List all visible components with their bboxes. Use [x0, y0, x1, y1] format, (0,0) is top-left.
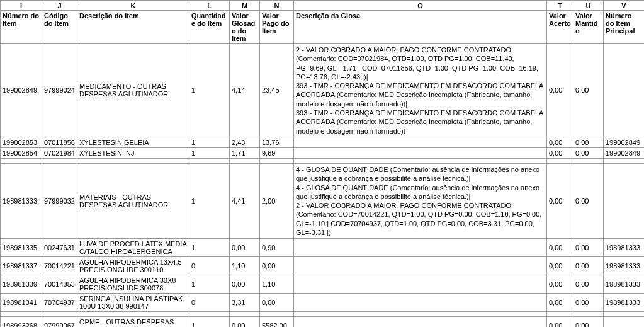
cell-n[interactable]: 0,90	[260, 239, 294, 257]
cell-i[interactable]: 199002853	[1, 137, 42, 147]
blank-cell[interactable]	[604, 312, 645, 317]
cell-n[interactable]: 0,00	[260, 294, 294, 312]
cell-k[interactable]: MATERIAIS - OUTRAS DESPESAS AGLUTINADOR	[77, 163, 189, 238]
cell-n[interactable]: 5582,00	[260, 317, 294, 327]
cell-t[interactable]: 0,00	[547, 294, 573, 312]
cell-k[interactable]: XYLESTESIN INJ	[77, 147, 189, 158]
blank-cell[interactable]	[547, 312, 573, 317]
cell-u[interactable]: 0,00	[573, 317, 604, 327]
cell-k[interactable]: SERINGA INSULINA PLASTIPAK 100U 13X0,38 …	[77, 294, 189, 312]
cell-k[interactable]: AGULHA HIPODERMICA 30X8 PRECISIONGLIDE 3…	[77, 275, 189, 294]
cell-u[interactable]: 0,00	[573, 163, 604, 238]
column-letter[interactable]: T	[547, 1, 573, 11]
cell-o[interactable]	[294, 275, 547, 294]
cell-j[interactable]: 00247631	[42, 239, 77, 257]
cell-m[interactable]: 1,10	[230, 257, 260, 275]
cell-k[interactable]: AGULHA HIPODERMICA 13X4,5 PRECISIONGLIDE…	[77, 257, 189, 275]
cell-t[interactable]: 0,00	[547, 275, 573, 294]
cell-m[interactable]: 1,71	[230, 147, 260, 158]
cell-v[interactable]: 198981333	[604, 294, 645, 312]
blank-cell[interactable]	[260, 158, 294, 163]
cell-i[interactable]: 198981335	[1, 239, 42, 257]
cell-j[interactable]: 97999024	[42, 44, 77, 137]
cell-n[interactable]: 1,10	[260, 275, 294, 294]
cell-m[interactable]: 4,14	[230, 44, 260, 137]
blank-cell[interactable]	[189, 158, 230, 163]
column-letter[interactable]: N	[260, 1, 294, 11]
cell-v[interactable]: 199002849	[604, 137, 645, 147]
cell-i[interactable]: 198981337	[1, 257, 42, 275]
cell-v[interactable]: 198981333	[604, 239, 645, 257]
blank-cell[interactable]	[42, 158, 77, 163]
cell-v[interactable]: 198981333	[604, 275, 645, 294]
cell-l[interactable]: 1	[189, 147, 230, 158]
cell-t[interactable]: 0,00	[547, 163, 573, 238]
column-letter[interactable]: M	[230, 1, 260, 11]
cell-n[interactable]: 9,69	[260, 147, 294, 158]
cell-o[interactable]	[294, 239, 547, 257]
cell-u[interactable]: 0,00	[573, 294, 604, 312]
cell-u[interactable]: 0,00	[573, 275, 604, 294]
blank-cell[interactable]	[189, 312, 230, 317]
column-header[interactable]: Valor Glosado do Item	[230, 11, 260, 44]
cell-v[interactable]	[604, 163, 645, 238]
cell-u[interactable]: 0,00	[573, 257, 604, 275]
cell-n[interactable]: 23,45	[260, 44, 294, 137]
cell-v[interactable]	[604, 44, 645, 137]
column-letter[interactable]: O	[294, 1, 547, 11]
cell-k[interactable]: XYLESTESIN GELEIA	[77, 137, 189, 147]
cell-k[interactable]: LUVA DE PROCED LATEX MEDIA C/TALCO HIPOA…	[77, 239, 189, 257]
cell-n[interactable]: 13,76	[260, 137, 294, 147]
cell-i[interactable]: 199002854	[1, 147, 42, 158]
blank-cell[interactable]	[230, 312, 260, 317]
column-header[interactable]: Número do Item	[1, 11, 42, 44]
cell-j[interactable]: 97999032	[42, 163, 77, 238]
blank-cell[interactable]	[294, 312, 547, 317]
cell-k[interactable]: MEDICAMENTO - OUTRAS DESPESAS AGLUTINADO…	[77, 44, 189, 137]
cell-i[interactable]: 198993268	[1, 317, 42, 327]
cell-j[interactable]: 70704937	[42, 294, 77, 312]
cell-o[interactable]: 2 - VALOR COBRADO A MAIOR, PAGO CONFORME…	[294, 44, 547, 137]
cell-t[interactable]: 0,00	[547, 137, 573, 147]
blank-cell[interactable]	[260, 312, 294, 317]
cell-v[interactable]: 199002849	[604, 147, 645, 158]
cell-t[interactable]: 0,00	[547, 147, 573, 158]
cell-t[interactable]: 0,00	[547, 317, 573, 327]
cell-l[interactable]: 1	[189, 275, 230, 294]
cell-l[interactable]: 1	[189, 163, 230, 238]
column-letter[interactable]: U	[573, 1, 604, 11]
column-header[interactable]: Descrição da Glosa	[294, 11, 547, 44]
blank-cell[interactable]	[547, 158, 573, 163]
cell-l[interactable]: 0	[189, 294, 230, 312]
cell-o[interactable]	[294, 137, 547, 147]
cell-o[interactable]	[294, 147, 547, 158]
cell-k[interactable]: OPME - OUTRAS DESPESAS AGLUTINADOR	[77, 317, 189, 327]
cell-u[interactable]: 0,00	[573, 137, 604, 147]
blank-cell[interactable]	[42, 312, 77, 317]
column-header[interactable]: Código do Item	[42, 11, 77, 44]
cell-m[interactable]: 0,00	[230, 317, 260, 327]
cell-t[interactable]: 0,00	[547, 44, 573, 137]
blank-cell[interactable]	[294, 158, 547, 163]
column-letter[interactable]: V	[604, 1, 645, 11]
cell-u[interactable]: 0,00	[573, 44, 604, 137]
cell-m[interactable]: 0,00	[230, 275, 260, 294]
cell-j[interactable]: 70014221	[42, 257, 77, 275]
cell-v[interactable]	[604, 317, 645, 327]
cell-j[interactable]: 97999067	[42, 317, 77, 327]
column-header[interactable]: Valor Mantido	[573, 11, 604, 44]
blank-cell[interactable]	[77, 158, 189, 163]
cell-u[interactable]: 0,00	[573, 239, 604, 257]
blank-cell[interactable]	[230, 158, 260, 163]
column-header[interactable]: Valor Pago do Item	[260, 11, 294, 44]
cell-i[interactable]: 198981339	[1, 275, 42, 294]
cell-l[interactable]: 1	[189, 137, 230, 147]
blank-cell[interactable]	[573, 158, 604, 163]
cell-j[interactable]: 07021984	[42, 147, 77, 158]
cell-o[interactable]: 4 - GLOSA DE QUANTIDADE (Comentario: aus…	[294, 163, 547, 238]
column-header[interactable]: Valor Acerto	[547, 11, 573, 44]
cell-n[interactable]: 2,00	[260, 163, 294, 238]
cell-l[interactable]: 1	[189, 44, 230, 137]
column-header[interactable]: Quantidade do Item	[189, 11, 230, 44]
blank-cell[interactable]	[77, 312, 189, 317]
